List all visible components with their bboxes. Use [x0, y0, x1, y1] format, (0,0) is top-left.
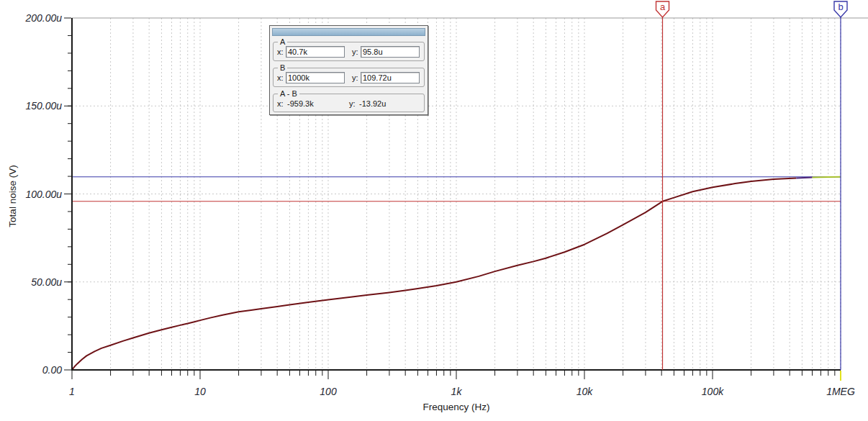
x-tick-label: 1k [451, 386, 463, 397]
total-noise-tail-curve [813, 177, 841, 178]
cursor-diff-group: A - B x: -959.3k y: -13.92u [273, 89, 425, 112]
y-axis-title: Total noise (V) [7, 165, 18, 227]
y-tick-label: 150.00u [25, 100, 62, 112]
x-tick-label: 100 [320, 386, 337, 397]
cursor-diff-x-value: -959.3k [287, 99, 342, 108]
cursor-b-y-input[interactable] [361, 72, 420, 83]
total-noise-main-curve [72, 178, 796, 371]
cursor-a-flag-letter: a [660, 1, 666, 12]
cursor-diff-y-label: y: [349, 99, 359, 108]
noise-chart-svg: 1101001k10k100k1MEG0.0050.00u100.00u150.… [0, 0, 868, 421]
cursor-a-y-label: y: [352, 47, 361, 56]
cursor-b-legend: B [278, 63, 287, 72]
cursor-diff-legend: A - B [278, 89, 299, 98]
cursor-a-x-input[interactable] [286, 46, 345, 58]
x-tick-label: 10k [577, 386, 594, 397]
cursor-panel-titlebar[interactable] [272, 28, 425, 36]
noise-analysis-window: 1101001k10k100k1MEG0.0050.00u100.00u150.… [0, 0, 868, 421]
total-noise-overlap-curve [796, 178, 812, 178]
cursor-b-group: B x: y: [273, 63, 425, 87]
cursor-readout-panel[interactable]: A x: y: B x: y: A - B x: -959.3k y: [269, 25, 428, 115]
cursor-a-legend: A [278, 37, 287, 46]
cursor-b-x-input[interactable] [286, 72, 345, 83]
cursor-a-group: A x: y: [273, 37, 425, 61]
y-tick-label: 100.00u [25, 189, 62, 200]
x-axis-title: Frequency (Hz) [422, 402, 489, 412]
cursor-diff-x-label: x: [277, 99, 287, 108]
x-tick-label: 1MEG [826, 386, 855, 397]
cursor-b-flag-letter: b [838, 1, 843, 12]
x-tick-label: 10 [194, 386, 206, 397]
cursor-diff-y-value: -13.92u [359, 99, 386, 108]
cursor-a-x-label: x: [277, 47, 286, 56]
y-tick-label: 0.00 [42, 364, 62, 376]
cursor-b-y-label: y: [352, 73, 361, 82]
y-tick-label: 50.00u [31, 276, 62, 288]
x-tick-label: 1 [69, 386, 75, 397]
x-tick-label: 100k [702, 386, 724, 397]
cursor-a-y-input[interactable] [361, 46, 420, 58]
y-tick-label: 200.00u [24, 12, 62, 24]
cursor-b-x-label: x: [277, 73, 286, 82]
